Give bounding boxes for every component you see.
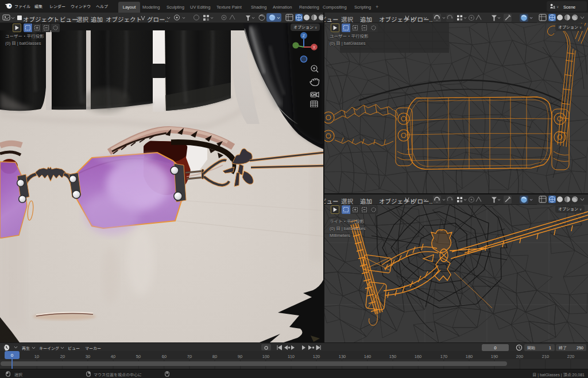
svg-text:X: X bbox=[313, 44, 316, 50]
svg-text:Z: Z bbox=[303, 33, 305, 38]
